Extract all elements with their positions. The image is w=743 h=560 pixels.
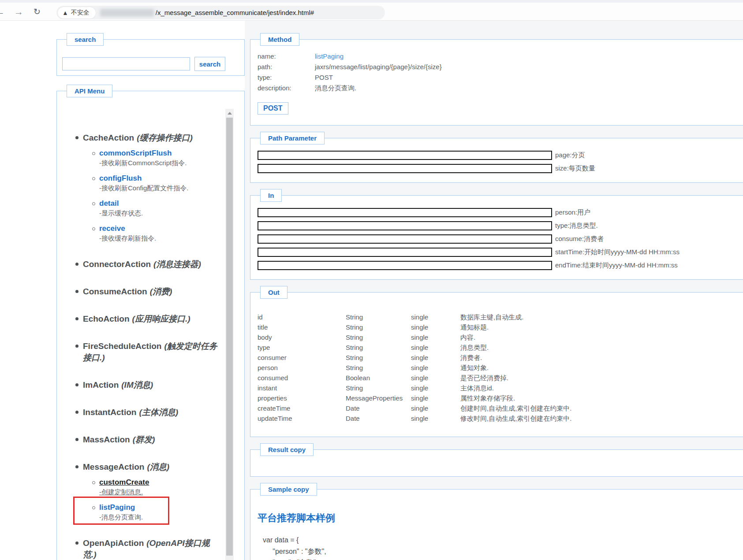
bullet-icon [75,317,78,320]
out-cell: consumed [258,373,346,383]
method-link-configFlush[interactable]: configFlush [99,174,142,183]
out-cell: single [411,352,460,363]
param-row: page:分页 [258,151,743,160]
method-link-detail[interactable]: detail [99,199,119,208]
menu-action-title[interactable]: OpenApiAction(OpenAPI接口规范.) [83,538,221,560]
method-link-receive[interactable]: receive [99,224,125,234]
menu-item-OpenApiAction: OpenApiAction(OpenAPI接口规范.) [75,538,221,560]
scrollbar-thumb[interactable] [226,118,233,556]
menu-action-title[interactable]: MessageAction(消息) [83,461,221,473]
menu-action-title[interactable]: ImAction(IM消息) [83,379,221,391]
method-description: -接收刷新Config配置文件指令. [99,184,221,193]
method-row-name: name: listPaging [258,51,743,62]
api-menu-list: CacheAction(缓存操作接口)commonScriptFlush-接收刷… [75,109,221,560]
method-description: -消息分页查询. [99,513,221,522]
param-row: person:用户 [258,208,743,217]
sample-copy-panel: Sample copy 平台推荐脚本样例 var data = { "perso… [250,483,743,560]
menu-action-title[interactable]: CacheAction(缓存操作接口) [83,132,221,144]
action-name: EchoAction [83,314,130,323]
method-link-customCreate[interactable]: customCreate [99,478,149,487]
action-name: ConsumeAction [83,287,147,296]
url-bar[interactable]: ▲ 不安全 /x_message_assemble_communicate/je… [56,6,385,19]
param-label: consume:消费者 [555,235,604,243]
out-cell: 修改时间,自动生成,索引创建在约束中. [460,413,743,423]
menu-item-InstantAction: InstantAction(主体消息) [75,407,221,418]
out-cell: type [258,342,346,352]
bullet-icon [75,438,78,441]
out-legend: Out [260,286,287,299]
method-row-path: path: jaxrs/message/list/paging/{page}/s… [258,62,743,72]
menu-action-title[interactable]: EchoAction(应用响应接口.) [83,313,221,325]
param-label: type:消息类型. [555,222,598,230]
action-note: (应用响应接口.) [132,314,190,323]
menu-sub-item-customCreate: customCreate-创建定制消息. [92,478,221,497]
out-cell: String [346,312,411,322]
menu-item-CacheAction: CacheAction(缓存操作接口)commonScriptFlush-接收刷… [75,132,221,243]
forward-icon[interactable]: → [14,7,23,17]
out-cell: createTime [258,403,346,413]
param-row: consume:消费者 [258,234,743,244]
menu-action-title[interactable]: InstantAction(主体消息) [83,407,221,418]
method-path-value: jaxrs/message/list/paging/{page}/size/{s… [315,62,442,72]
out-table-row: titleStringsingle通知标题. [258,322,743,332]
action-note: (IM消息) [121,380,153,389]
out-table-row: propertiesMessagePropertiessingle属性对象存储字… [258,393,743,403]
in-legend: In [260,189,282,202]
in-panel: In person:用户type:消息类型.consume:消费者startTi… [250,189,743,280]
out-cell: single [411,403,460,413]
action-name: InstantAction [83,408,136,417]
path-parameter-panel: Path Parameter page:分页size:每页数量 [250,132,743,183]
search-panel: search search [56,33,245,76]
path-param-input-size[interactable] [258,164,552,173]
action-name: MessageAction [83,462,144,471]
search-button[interactable]: search [194,57,225,71]
out-cell: Date [346,403,411,413]
action-note: (群发) [133,435,155,444]
out-cell: id [258,312,346,322]
menu-action-title[interactable]: MassAction(群发) [83,434,221,445]
menu-item-FireScheduleAction: FireScheduleAction(触发定时任务接口.) [75,341,221,363]
method-name-value[interactable]: listPaging [315,51,343,62]
in-param-input-consume[interactable] [258,234,552,244]
warning-icon: ▲ [62,9,68,16]
search-panel-legend: search [67,33,104,46]
path-param-input-page[interactable] [258,151,552,160]
menu-item-ImAction: ImAction(IM消息) [75,379,221,391]
scrollbar-up-button[interactable] [225,109,234,117]
in-param-input-startTime[interactable] [258,248,552,257]
url-text: /x_message_assemble_communicate/jest/ind… [156,9,314,16]
method-description-value: 消息分页查询. [315,83,356,93]
code-line: "person" : "参数", [263,546,743,557]
method-link-listPaging[interactable]: listPaging [99,503,135,512]
sub-method-list: commonScriptFlush-接收刷新CommonScript指令.con… [92,148,221,243]
security-chip[interactable]: ▲ 不安全 [58,7,96,19]
in-param-input-type[interactable] [258,221,552,230]
out-cell: single [411,393,460,403]
search-input[interactable] [62,57,190,70]
main-content: Method name: listPaging path: jaxrs/mess… [245,21,743,560]
menu-action-title[interactable]: FireScheduleAction(触发定时任务接口.) [83,341,221,363]
back-icon[interactable]: ← [0,7,5,17]
reload-icon[interactable]: ↻ [34,7,41,17]
in-param-input-person[interactable] [258,208,552,217]
out-cell: String [346,363,411,373]
out-cell: updateTime [258,413,346,423]
out-cell: 是否已经消费掉. [460,373,743,383]
menu-action-title[interactable]: ConnectorAction(消息连接器) [83,259,221,270]
result-copy-panel: Result copy [250,443,743,477]
param-row: size:每页数量 [258,164,743,173]
bullet-icon [75,411,78,414]
method-link-commonScriptFlush[interactable]: commonScriptFlush [99,148,172,158]
post-button[interactable]: POST [258,102,288,115]
in-param-input-endTime[interactable] [258,261,552,270]
menu-sub-item-configFlush: configFlush-接收刷新Config配置文件指令. [92,174,221,193]
out-cell: String [346,322,411,332]
out-cell: 通知标题. [460,322,743,332]
menu-action-title[interactable]: ConsumeAction(消费) [83,286,221,297]
api-menu-legend: API Menu [67,85,112,97]
bullet-icon [75,290,78,293]
method-name-label: name: [258,51,315,62]
circle-bullet-icon [92,506,95,509]
menu-scrollbar[interactable] [225,109,234,560]
param-row: type:消息类型. [258,221,743,230]
